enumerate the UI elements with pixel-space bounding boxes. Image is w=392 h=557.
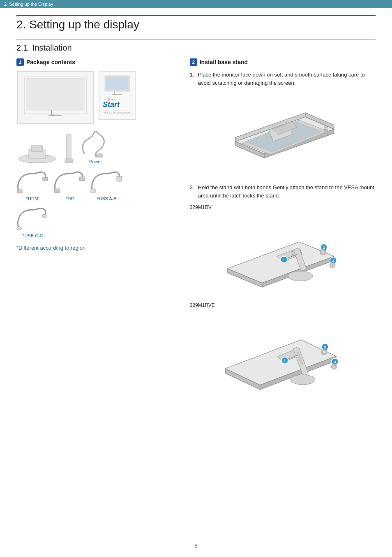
step-2: 2. Hold the stand with both hands.Gently…	[190, 183, 376, 200]
hdmi-cable-item: *HDMI	[16, 171, 49, 201]
svg-rect-25	[91, 189, 95, 193]
model-rve-illustration: 1 2 3	[190, 313, 376, 399]
package-row-2: Power	[16, 131, 173, 164]
monitor-item: PHILIPS	[16, 71, 95, 124]
monitor-facedown-illustration	[190, 92, 376, 179]
badge-1: 1	[16, 58, 24, 66]
svg-marker-26	[117, 176, 122, 182]
svg-rect-37	[324, 127, 327, 128]
quickstart-svg: Quick Start PHILIPS 329M1RV/329M1RVE	[99, 71, 136, 120]
quickstart-item: Quick Start PHILIPS 329M1RV/329M1RVE	[99, 71, 136, 120]
hdmi-cable-svg	[16, 171, 49, 195]
power-cable-item: Power	[80, 131, 111, 164]
svg-text:1: 1	[283, 258, 285, 262]
power-label: Power	[89, 159, 102, 164]
chapter-title: 2. Setting up the display	[16, 18, 376, 31]
usb-cc-cable-item: *USB C-C	[16, 208, 49, 238]
svg-point-57	[321, 251, 325, 254]
svg-rect-38	[324, 129, 327, 131]
steps-list: 1. Place the monitor face down on soft a…	[190, 71, 376, 87]
model-rve-svg: 1 2 3	[223, 313, 342, 399]
svg-rect-23	[54, 189, 60, 193]
svg-rect-17	[31, 146, 43, 151]
step-1: 1. Place the monitor face down on soft a…	[190, 71, 376, 87]
model-329m1rve-label: 329M1RVE	[190, 302, 376, 308]
svg-rect-24	[79, 177, 85, 181]
package-contents-header: 1 Package contents	[16, 58, 173, 66]
stand-base-item	[16, 142, 58, 164]
monitor-facedown-svg	[223, 92, 342, 179]
page-container: 2. Setting up the Display 2. Setting up …	[0, 0, 392, 557]
dp-cable-item: *DP	[53, 171, 86, 201]
monitor-box-svg: PHILIPS	[16, 71, 95, 124]
svg-rect-21	[17, 190, 22, 193]
two-column-layout: 1 Package contents PHILIP	[16, 58, 376, 404]
svg-point-27	[17, 227, 22, 230]
package-top-row: PHILIPS Quick Start	[16, 71, 173, 124]
svg-text:2: 2	[323, 246, 325, 250]
svg-point-28	[42, 214, 47, 218]
svg-text:Start: Start	[103, 100, 120, 109]
svg-point-49	[288, 271, 313, 281]
steps-list-2: 2. Hold the stand with both hands.Gently…	[190, 183, 376, 200]
stand-base-svg	[16, 142, 58, 164]
svg-point-68	[291, 375, 315, 385]
section-divider	[16, 39, 376, 40]
usb-cc-cable-svg	[16, 208, 49, 232]
right-column: 2 Install base stand 1. Place the monito…	[182, 58, 376, 404]
svg-text:1: 1	[284, 359, 286, 363]
svg-rect-20	[97, 154, 102, 157]
chapter-divider	[16, 15, 376, 16]
svg-text:3: 3	[332, 259, 334, 263]
usb-ab-label: *USB A-B	[97, 196, 117, 201]
svg-rect-2	[27, 78, 84, 110]
svg-rect-19	[65, 159, 73, 163]
usb-ab-cable-svg	[90, 171, 123, 195]
svg-point-77	[323, 350, 326, 354]
package-row-4: *USB C-C	[16, 208, 173, 238]
hdmi-label: *HDMI	[26, 196, 39, 201]
region-note: *Different according to region	[16, 245, 173, 251]
install-stand-header: 2 Install base stand	[190, 58, 376, 66]
dp-cable-svg	[53, 171, 86, 195]
svg-rect-8	[106, 77, 128, 89]
stand-pole-svg	[62, 133, 76, 164]
breadcrumb: 2. Setting up the Display	[0, 0, 392, 8]
usb-cc-label: *USB C-C	[23, 233, 43, 238]
stand-pole-item	[62, 133, 76, 164]
section-title: 2.1 Installation	[16, 43, 376, 53]
page-number: 5	[0, 543, 392, 549]
svg-text:3: 3	[334, 360, 336, 364]
svg-rect-18	[67, 134, 71, 161]
model-329m1rv-label: 329M1RV	[190, 204, 376, 210]
left-column: 1 Package contents PHILIP	[16, 58, 182, 404]
model-rv-svg: 1 2 3	[223, 215, 342, 297]
dp-label: *DP	[66, 196, 74, 201]
svg-text:2: 2	[324, 345, 326, 349]
power-cable-svg	[80, 131, 111, 158]
usb-ab-cable-item: *USB A-B	[90, 171, 123, 201]
svg-rect-22	[43, 177, 48, 181]
svg-text:PHILIPS: PHILIPS	[48, 114, 60, 116]
model-rv-illustration: 1 2 3	[190, 215, 376, 297]
package-row-3: *HDMI *DP	[16, 171, 173, 201]
svg-rect-39	[324, 132, 327, 133]
svg-text:PHILIPS 329M1RV/329M1RVE: PHILIPS 329M1RV/329M1RVE	[103, 111, 131, 114]
badge-2: 2	[190, 58, 197, 66]
